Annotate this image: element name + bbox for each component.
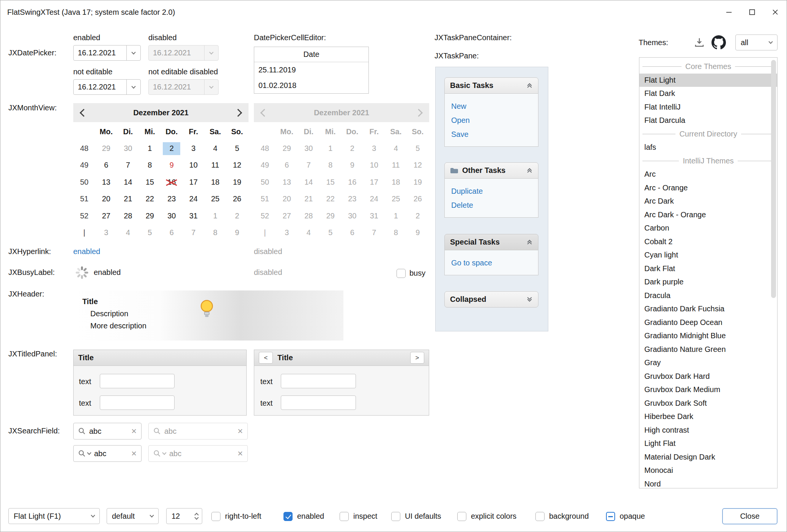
next-month-icon[interactable]: [234, 108, 242, 116]
opaque-checkbox[interactable]: [606, 512, 615, 521]
taskpane-link[interactable]: Duplicate: [451, 184, 538, 198]
collapse-chevron-icon[interactable]: [526, 239, 533, 245]
datepicker-not-editable[interactable]: 16.12.2021: [73, 79, 141, 95]
right-to-left-checkbox[interactable]: [211, 512, 220, 521]
taskpane-link[interactable]: Go to space: [451, 256, 538, 270]
calendar-day[interactable]: 4: [117, 224, 139, 241]
datepicker-dropdown-button[interactable]: [126, 46, 140, 60]
busy-checkbox-label[interactable]: busy: [409, 269, 425, 278]
collapse-chevron-icon[interactable]: [526, 82, 533, 89]
calendar-day[interactable]: 3: [95, 224, 117, 241]
theme-item[interactable]: Arc Dark: [639, 195, 777, 208]
text-field[interactable]: [100, 374, 175, 388]
theme-item[interactable]: Carbon: [639, 221, 777, 235]
calendar-day[interactable]: 27: [95, 207, 117, 224]
calendar-day[interactable]: 30: [117, 140, 139, 157]
taskpane-link[interactable]: Delete: [451, 198, 538, 212]
theme-item[interactable]: High contrast: [639, 424, 777, 437]
monthview-enabled[interactable]: Dezember 2021 Mo.Di.Mi.Do.Fr.Sa.So.48293…: [73, 103, 249, 241]
calendar-day[interactable]: 29: [139, 207, 161, 224]
background-label[interactable]: background: [549, 512, 589, 521]
theme-item[interactable]: Dark purple: [639, 275, 777, 289]
calendar-day[interactable]: 10: [183, 157, 205, 174]
busy-checkbox[interactable]: [397, 269, 406, 278]
theme-item[interactable]: Gradianto Deep Ocean: [639, 316, 777, 330]
text-field[interactable]: [281, 395, 356, 410]
search-text[interactable]: abc: [89, 427, 101, 436]
github-icon[interactable]: [711, 35, 726, 52]
collapse-chevron-icon[interactable]: [526, 167, 533, 174]
taskpane-link[interactable]: Open: [451, 113, 538, 127]
calendar-day[interactable]: 28: [117, 207, 139, 224]
theme-item[interactable]: Cobalt 2: [639, 235, 777, 249]
theme-item[interactable]: Dark Flat: [639, 262, 777, 276]
calendar-day[interactable]: 4: [205, 140, 227, 157]
calendar-day[interactable]: 1: [205, 207, 227, 224]
prev-button[interactable]: <: [259, 352, 273, 364]
calendar-day[interactable]: 31: [183, 207, 205, 224]
prev-month-icon[interactable]: [80, 108, 88, 116]
minimize-button[interactable]: [717, 0, 740, 24]
calendar-day[interactable]: 25: [205, 191, 227, 207]
theme-item[interactable]: Cyan light: [639, 248, 777, 262]
calendar-day[interactable]: 26: [226, 191, 248, 207]
theme-item[interactable]: Arc - Orange: [639, 181, 777, 195]
taskpane-link[interactable]: New: [451, 99, 538, 113]
table-row[interactable]: 25.11.2019: [254, 62, 368, 78]
theme-item[interactable]: Flat Darcula: [639, 114, 777, 127]
right-to-left-label[interactable]: right-to-left: [225, 512, 261, 521]
calendar-day[interactable]: 21: [117, 191, 139, 207]
enabled-checkbox[interactable]: [283, 512, 293, 521]
theme-item[interactable]: Gruvbox Dark Medium: [639, 383, 777, 397]
calendar-day[interactable]: 8: [205, 224, 227, 241]
calendar-day[interactable]: 2: [161, 140, 183, 157]
table-row[interactable]: 01.02.2018: [254, 78, 368, 93]
calendar-day[interactable]: 7: [117, 157, 139, 174]
enabled-label[interactable]: enabled: [297, 512, 324, 521]
calendar-day[interactable]: 17: [183, 174, 205, 190]
calendar-day[interactable]: 19: [226, 174, 248, 190]
calendar-day[interactable]: 2: [226, 207, 248, 224]
font-size-spinner[interactable]: 12: [166, 508, 202, 524]
calendar-day[interactable]: 13: [95, 174, 117, 190]
theme-item[interactable]: Arc: [639, 168, 777, 181]
searchfield-enabled[interactable]: abc ×: [73, 423, 142, 439]
calendar-day[interactable]: 29: [95, 140, 117, 157]
searchfield-menu-enabled[interactable]: abc ×: [73, 445, 142, 462]
theme-list[interactable]: Core ThemesFlat LightFlat DarkFlat Intel…: [639, 57, 778, 488]
theme-item[interactable]: Hiberbee Dark: [639, 410, 777, 424]
taskpane-header[interactable]: Special Tasks: [444, 234, 538, 250]
calendar-day[interactable]: 30: [161, 207, 183, 224]
table-header[interactable]: Date: [254, 47, 368, 62]
next-button[interactable]: >: [410, 352, 424, 364]
close-button[interactable]: Close: [722, 508, 778, 524]
search-menu-caret-icon[interactable]: [87, 450, 91, 455]
spinner-value[interactable]: 12: [172, 512, 180, 521]
theme-item[interactable]: Gray: [639, 356, 777, 370]
theme-item[interactable]: Light Flat: [639, 437, 777, 450]
calendar-day[interactable]: 1: [139, 140, 161, 157]
expand-chevron-icon[interactable]: [526, 296, 533, 303]
cell-editor-table[interactable]: Date 25.11.201901.02.2018: [254, 47, 369, 94]
calendar-day[interactable]: 5: [139, 224, 161, 241]
taskpane-header[interactable]: Other Tasks: [444, 162, 538, 179]
taskpane-header[interactable]: Collapsed: [444, 291, 538, 308]
calendar-day[interactable]: 11: [205, 157, 227, 174]
ui-defaults-checkbox[interactable]: [391, 512, 400, 521]
theme-item[interactable]: Nord: [639, 477, 777, 489]
theme-item[interactable]: Flat Light: [639, 74, 777, 87]
clear-icon[interactable]: ×: [131, 449, 137, 458]
maximize-button[interactable]: [740, 0, 763, 24]
calendar-day[interactable]: 15: [139, 174, 161, 190]
inspect-label[interactable]: inspect: [353, 512, 377, 521]
explicit-colors-checkbox[interactable]: [457, 512, 466, 521]
calendar-day[interactable]: 3: [183, 140, 205, 157]
calendar-day[interactable]: 8: [139, 157, 161, 174]
calendar-day[interactable]: 24: [183, 191, 205, 207]
theme-item[interactable]: lafs: [639, 141, 777, 154]
taskpane-header[interactable]: Basic Tasks: [444, 77, 538, 94]
calendar-day[interactable]: 9: [161, 157, 183, 174]
calendar-day[interactable]: 6: [95, 157, 117, 174]
theme-item[interactable]: Gruvbox Dark Hard: [639, 370, 777, 383]
theme-item[interactable]: Monocai: [639, 464, 777, 477]
